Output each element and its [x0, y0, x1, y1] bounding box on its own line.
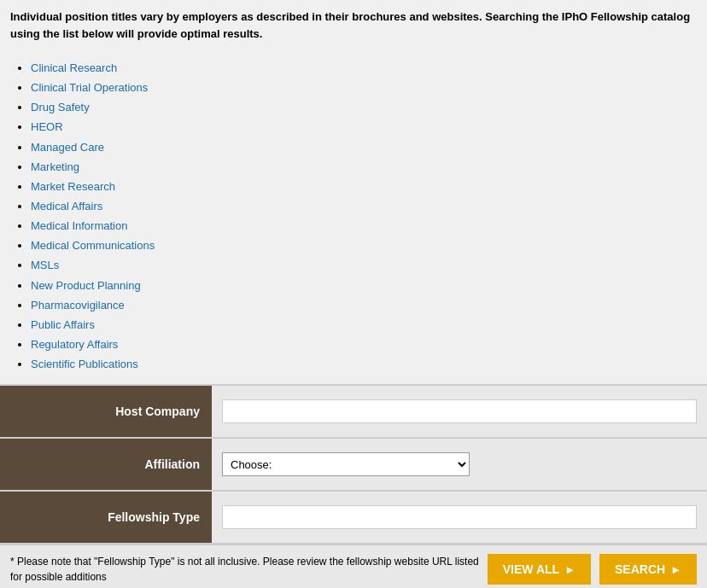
- fellowship-type-label-text: Fellowship Type: [108, 510, 200, 524]
- affiliation-select[interactable]: Choose:IndustryAcademiaGovernmentNon-Pro…: [222, 452, 470, 476]
- fellowship-type-row: Fellowship Type: [0, 492, 707, 544]
- list-item-link[interactable]: Drug Safety: [31, 101, 90, 114]
- list-item-link[interactable]: MSLs: [31, 259, 59, 271]
- list-item: MSLs: [31, 257, 697, 274]
- fellowship-type-input[interactable]: [222, 505, 697, 529]
- search-arrow-icon: ►: [670, 563, 681, 576]
- form-section: Host Company Affiliation Choose:Industry…: [0, 384, 707, 544]
- list-item: Medical Information: [31, 218, 697, 235]
- footer-section: * Please note that "Fellowship Type" is …: [0, 544, 707, 588]
- fellowship-list: Clinical ResearchClinical Trial Operatio…: [24, 60, 697, 373]
- list-item: Clinical Trial Operations: [31, 79, 697, 96]
- intro-section: Individual position titles vary by emplo…: [0, 0, 707, 55]
- list-item-link[interactable]: New Product Planning: [31, 279, 141, 292]
- list-item-link[interactable]: Medical Communications: [31, 239, 155, 252]
- list-item: Medical Affairs: [31, 198, 697, 215]
- list-section: Clinical ResearchClinical Trial Operatio…: [0, 55, 707, 384]
- host-company-label: Host Company: [0, 386, 212, 437]
- list-item-link[interactable]: HEOR: [31, 120, 63, 133]
- footer-note: * Please note that "Fellowship Type" is …: [10, 554, 480, 585]
- view-all-arrow-icon: ►: [564, 563, 576, 576]
- list-item: Managed Care: [31, 139, 697, 156]
- list-item-link[interactable]: Medical Information: [31, 219, 127, 232]
- host-company-label-text: Host Company: [115, 405, 200, 418]
- list-item: Scientific Publications: [31, 356, 697, 373]
- list-item-link[interactable]: Market Research: [31, 180, 115, 193]
- list-item-link[interactable]: Scientific Publications: [31, 358, 138, 370]
- list-item-link[interactable]: Medical Affairs: [31, 200, 102, 212]
- list-item-link[interactable]: Managed Care: [31, 141, 104, 154]
- list-item: Public Affairs: [31, 317, 697, 334]
- fellowship-type-label: Fellowship Type: [0, 492, 212, 543]
- host-company-input-area: [212, 386, 707, 437]
- list-item: Market Research: [31, 178, 697, 195]
- list-item: Regulatory Affairs: [31, 336, 697, 353]
- footer-buttons: VIEW ALL ► SEARCH ►: [488, 554, 697, 585]
- intro-bold-text: Individual position titles vary by emplo…: [10, 10, 690, 40]
- fellowship-type-input-area: [212, 492, 707, 543]
- list-item: Marketing: [31, 159, 697, 176]
- list-item: Drug Safety: [31, 99, 697, 116]
- list-item: New Product Planning: [31, 277, 697, 294]
- affiliation-input-area: Choose:IndustryAcademiaGovernmentNon-Pro…: [212, 439, 707, 490]
- list-item: Medical Communications: [31, 237, 697, 254]
- list-item-link[interactable]: Clinical Research: [31, 61, 117, 74]
- host-company-row: Host Company: [0, 386, 707, 439]
- list-item: Clinical Research: [31, 60, 697, 77]
- view-all-button[interactable]: VIEW ALL ►: [488, 554, 591, 585]
- list-item-link[interactable]: Marketing: [31, 160, 79, 173]
- view-all-label: VIEW ALL: [503, 562, 559, 576]
- search-label: SEARCH: [615, 562, 665, 576]
- affiliation-row: Affiliation Choose:IndustryAcademiaGover…: [0, 439, 707, 492]
- list-item-link[interactable]: Pharmacovigilance: [31, 299, 125, 311]
- affiliation-label-text: Affiliation: [144, 457, 200, 471]
- host-company-input[interactable]: [222, 399, 697, 423]
- affiliation-label: Affiliation: [0, 439, 212, 490]
- list-item-link[interactable]: Clinical Trial Operations: [31, 81, 148, 94]
- search-button[interactable]: SEARCH ►: [599, 554, 697, 585]
- main-container: Individual position titles vary by emplo…: [0, 0, 707, 588]
- list-item-link[interactable]: Regulatory Affairs: [31, 338, 118, 351]
- list-item: HEOR: [31, 119, 697, 136]
- list-item-link[interactable]: Public Affairs: [31, 318, 95, 331]
- list-item: Pharmacovigilance: [31, 297, 697, 314]
- intro-text: Individual position titles vary by emplo…: [10, 9, 697, 42]
